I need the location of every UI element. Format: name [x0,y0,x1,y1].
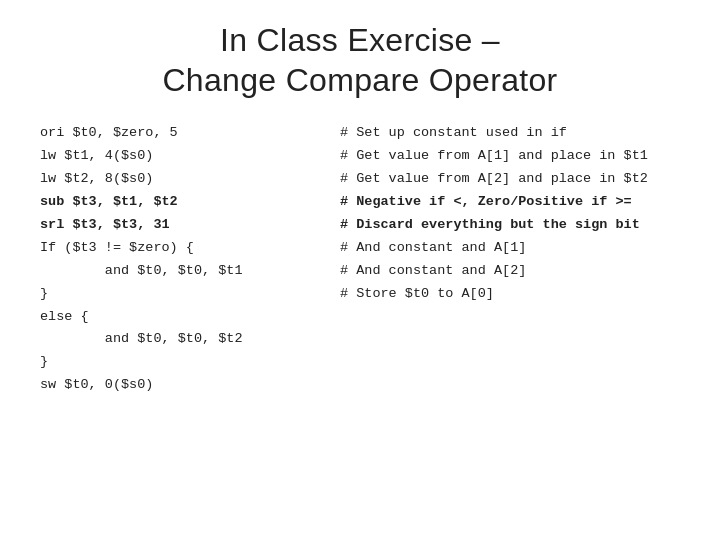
code-right-line: # Set up constant used in if [340,122,680,145]
code-left-line: else { [40,306,340,329]
code-left-line: lw $t1, 4($s0) [40,145,340,168]
code-right-line: # Get value from A[2] and place in $t2 [340,168,680,191]
code-left-line: sw $t0, 0($s0) [40,374,340,397]
title-line1: In Class Exercise – [220,22,500,58]
code-right-line: # Discard everything but the sign bit [340,214,680,237]
code-right-line: # And constant and A[2] [340,260,680,283]
slide-title: In Class Exercise – Change Compare Opera… [40,20,680,100]
code-left-line: and $t0, $t0, $t2 [40,328,340,351]
code-right: # Set up constant used in if# Get value … [340,122,680,520]
code-left-line: sub $t3, $t1, $t2 [40,191,340,214]
code-left-line: } [40,351,340,374]
code-section: ori $t0, $zero, 5lw $t1, 4($s0)lw $t2, 8… [40,122,680,520]
code-right-line: # Negative if <, Zero/Positive if >= [340,191,680,214]
code-left-line: lw $t2, 8($s0) [40,168,340,191]
code-left-line: srl $t3, $t3, 31 [40,214,340,237]
title-line2: Change Compare Operator [162,62,557,98]
code-left-line: and $t0, $t0, $t1 [40,260,340,283]
page: In Class Exercise – Change Compare Opera… [0,0,720,540]
code-right-line: # Get value from A[1] and place in $t1 [340,145,680,168]
code-right-line: # Store $t0 to A[0] [340,283,680,306]
code-right-line: # And constant and A[1] [340,237,680,260]
code-left-line: If ($t3 != $zero) { [40,237,340,260]
code-left-line: } [40,283,340,306]
code-left-line: ori $t0, $zero, 5 [40,122,340,145]
code-left: ori $t0, $zero, 5lw $t1, 4($s0)lw $t2, 8… [40,122,340,520]
